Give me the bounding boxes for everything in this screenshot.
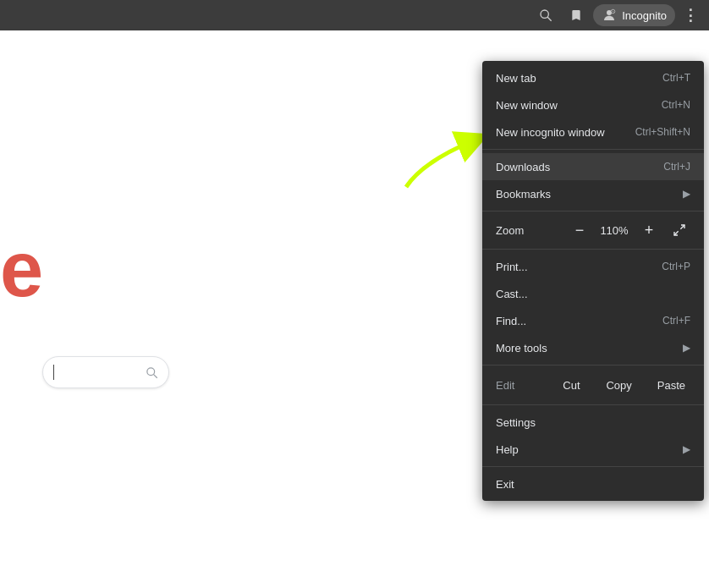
bookmarks-label: Bookmarks — [496, 188, 551, 201]
new-tab-shortcut: Ctrl+T — [662, 72, 690, 84]
search-icon[interactable] — [532, 2, 559, 29]
cut-button[interactable]: Cut — [550, 375, 592, 396]
divider-5 — [482, 404, 704, 405]
cast-label: Cast... — [496, 288, 528, 300]
annotation-arrow — [398, 128, 491, 195]
browser-top-bar: Incognito ⋮ — [0, 0, 709, 30]
more-tools-label: More tools — [496, 342, 547, 354]
settings-label: Settings — [496, 416, 536, 429]
menu-item-more-tools[interactable]: More tools ▶ — [482, 334, 704, 361]
menu-item-find[interactable]: Find... Ctrl+F — [482, 307, 704, 334]
help-arrow-icon: ▶ — [683, 443, 690, 455]
main-content: e New tab Ctrl+T New window Ctrl+N — [0, 30, 709, 588]
search-bar[interactable] — [42, 356, 169, 388]
downloads-shortcut: Ctrl+J — [663, 161, 690, 173]
print-label: Print... — [496, 261, 528, 273]
divider-6 — [482, 466, 704, 467]
divider-3 — [482, 249, 704, 250]
bookmark-icon[interactable] — [563, 2, 590, 29]
zoom-value: 110% — [599, 224, 629, 237]
svg-line-5 — [153, 374, 157, 377]
menu-item-cast[interactable]: Cast... — [482, 280, 704, 307]
help-label: Help — [496, 443, 519, 456]
svg-line-1 — [547, 17, 552, 21]
find-shortcut: Ctrl+F — [662, 315, 690, 327]
new-incognito-label: New incognito window — [496, 126, 605, 139]
menu-item-new-tab[interactable]: New tab Ctrl+T — [482, 64, 704, 91]
exit-label: Exit — [496, 478, 514, 491]
new-incognito-shortcut: Ctrl+Shift+N — [635, 126, 690, 138]
three-dots-menu[interactable]: ⋮ — [679, 3, 702, 27]
downloads-label: Downloads — [496, 161, 550, 173]
find-label: Find... — [496, 315, 526, 327]
menu-item-new-window[interactable]: New window Ctrl+N — [482, 91, 704, 118]
divider-2 — [482, 211, 704, 212]
divider-4 — [482, 365, 704, 365]
zoom-plus-button[interactable]: + — [638, 219, 660, 241]
bookmarks-arrow-icon: ▶ — [683, 188, 690, 200]
svg-point-0 — [541, 10, 548, 18]
zoom-label: Zoom — [496, 224, 569, 237]
svg-line-8 — [674, 231, 679, 235]
copy-button[interactable]: Copy — [594, 375, 643, 396]
chrome-dropdown-menu: New tab Ctrl+T New window Ctrl+N New inc… — [482, 61, 704, 501]
menu-item-new-incognito[interactable]: New incognito window Ctrl+Shift+N — [482, 118, 704, 146]
svg-point-4 — [147, 367, 155, 375]
print-shortcut: Ctrl+P — [662, 261, 690, 272]
menu-item-downloads[interactable]: Downloads Ctrl+J — [482, 153, 704, 180]
more-tools-arrow-icon: ▶ — [683, 342, 690, 354]
svg-line-7 — [680, 225, 684, 229]
menu-item-help[interactable]: Help ▶ — [482, 436, 704, 463]
paste-button[interactable]: Paste — [646, 375, 697, 396]
incognito-button[interactable]: Incognito — [593, 4, 675, 26]
menu-item-bookmarks[interactable]: Bookmarks ▶ — [482, 180, 704, 207]
incognito-label: Incognito — [622, 9, 667, 22]
menu-item-exit[interactable]: Exit — [482, 470, 704, 497]
top-bar-icons: Incognito ⋮ — [532, 2, 702, 29]
zoom-controls: − 110% + — [569, 219, 690, 241]
search-magnifier-icon — [146, 366, 158, 379]
new-window-label: New window — [496, 99, 558, 112]
new-tab-label: New tab — [496, 72, 536, 85]
google-logo: e — [0, 225, 43, 314]
menu-item-print[interactable]: Print... Ctrl+P — [482, 253, 704, 280]
zoom-row: Zoom − 110% + — [482, 215, 704, 245]
zoom-minus-button[interactable]: − — [569, 219, 591, 241]
edit-row: Edit Cut Copy Paste — [482, 369, 704, 401]
text-cursor — [53, 365, 54, 380]
divider-1 — [482, 149, 704, 150]
fullscreen-button[interactable] — [668, 219, 690, 241]
menu-item-settings[interactable]: Settings — [482, 409, 704, 436]
new-window-shortcut: Ctrl+N — [662, 99, 690, 111]
edit-label: Edit — [489, 379, 548, 392]
